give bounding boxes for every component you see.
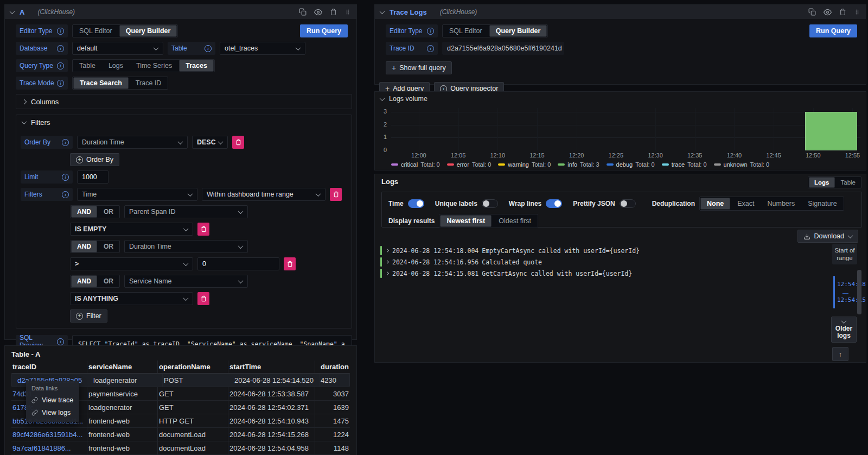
trace-id-input[interactable]: d2a7155ef6a928a05680e5ff6190241d: [442, 42, 564, 55]
display-results-option[interactable]: Oldest first: [493, 215, 537, 227]
filter-time-field-select[interactable]: Time: [77, 188, 197, 201]
logs-volume-header[interactable]: Logs volume: [380, 95, 427, 103]
context-menu-item[interactable]: View trace: [26, 394, 79, 406]
legend-item[interactable]: debug Total: 0: [607, 161, 655, 168]
deduplication-option[interactable]: Exact: [731, 198, 760, 210]
logs-view-option[interactable]: Logs: [809, 177, 834, 188]
toggle-switch[interactable]: [482, 199, 498, 208]
query-type-option[interactable]: Traces: [179, 60, 214, 72]
logs-view-option[interactable]: Table: [836, 177, 861, 188]
duplicate-icon[interactable]: [299, 8, 307, 16]
deduplication-option[interactable]: Numbers: [762, 198, 801, 210]
trash-icon[interactable]: [330, 8, 337, 16]
logs-view-switcher[interactable]: LogsTable: [808, 176, 861, 188]
deduplication-option[interactable]: None: [700, 198, 730, 210]
add-order-by-button[interactable]: Order By: [70, 153, 119, 166]
filter-condition-toggle[interactable]: ANDOR: [70, 205, 120, 218]
add-filter-button[interactable]: Filter: [70, 309, 107, 323]
context-menu-item[interactable]: View logs: [26, 406, 79, 419]
legend-item[interactable]: error Total: 0: [447, 161, 492, 168]
remove-order-by-button[interactable]: [232, 136, 244, 149]
duplicate-icon[interactable]: [808, 8, 816, 16]
table-select[interactable]: otel_traces: [220, 42, 305, 55]
editor-type-switcher[interactable]: SQL EditorQuery Builder: [442, 24, 548, 37]
columns-section-header[interactable]: Columns: [16, 94, 352, 109]
toggle-switch[interactable]: [546, 199, 562, 208]
log-line[interactable]: 2024-06-28 12:54:15.081 GetCartAsync cal…: [380, 268, 822, 279]
run-query-button[interactable]: Run Query: [809, 24, 857, 37]
log-line[interactable]: 2024-06-28 12:54:16.956 Calculated quote: [380, 256, 822, 268]
show-full-query-button[interactable]: Show full query: [386, 61, 452, 74]
expand-chevron-icon[interactable]: [385, 260, 389, 264]
trace-mode-option[interactable]: Trace ID: [130, 77, 167, 89]
query-row-header[interactable]: Trace Logs (ClickHouse): [375, 5, 866, 19]
trace-id-link[interactable]: 89cf4286e631591b4...: [11, 428, 87, 441]
query-type-option[interactable]: Table: [73, 60, 101, 72]
remove-filter-button[interactable]: [330, 188, 342, 201]
toggle-switch[interactable]: [620, 199, 636, 208]
query-row-header[interactable]: A (ClickHouse): [5, 5, 356, 19]
trace-id-link[interactable]: 9a7caf61841886...: [11, 441, 87, 454]
log-line[interactable]: 2024-06-28 12:54:18.004 EmptyCartAsync c…: [380, 245, 822, 256]
hide-response-eye-icon[interactable]: [314, 8, 322, 16]
database-select[interactable]: default: [72, 42, 163, 55]
deduplication-option[interactable]: Signature: [802, 198, 843, 210]
and-option[interactable]: AND: [71, 206, 97, 218]
order-by-field-select[interactable]: Duration Time: [77, 136, 188, 149]
drag-handle-icon[interactable]: [854, 8, 860, 16]
table-column-header[interactable]: duration: [315, 361, 350, 373]
filter-field-select[interactable]: Parent Span ID: [124, 205, 248, 218]
trace-mode-switcher[interactable]: Trace SearchTrace ID: [72, 77, 168, 90]
hide-response-eye-icon[interactable]: [824, 8, 832, 16]
editor-type-option[interactable]: SQL Editor: [73, 25, 118, 37]
toggle-switch[interactable]: [408, 199, 424, 208]
deduplication-switcher[interactable]: NoneExactNumbersSignature: [699, 197, 844, 211]
display-results-option[interactable]: Newest first: [440, 215, 492, 227]
run-query-button[interactable]: Run Query: [300, 24, 348, 37]
trash-icon[interactable]: [839, 8, 846, 16]
remove-filter-button[interactable]: [197, 223, 209, 236]
or-option[interactable]: OR: [98, 275, 119, 287]
scroll-to-top-button[interactable]: ↑: [832, 347, 848, 361]
legend-item[interactable]: warning Total: 0: [498, 161, 551, 168]
editor-type-option[interactable]: SQL Editor: [443, 25, 488, 37]
filter-field-select[interactable]: Service Name: [124, 275, 248, 288]
display-results-switcher[interactable]: Newest firstOldest first: [439, 214, 538, 228]
expand-chevron-icon[interactable]: [385, 271, 389, 275]
editor-type-option[interactable]: Query Builder: [119, 25, 177, 37]
legend-item[interactable]: unknown Total: 0: [714, 161, 770, 168]
remove-filter-button[interactable]: [284, 257, 296, 270]
table-column-header[interactable]: serviceName: [87, 361, 158, 373]
filter-time-operator-select[interactable]: Within dashboard time range: [202, 188, 326, 201]
editor-type-option[interactable]: Query Builder: [489, 25, 547, 37]
logs-scrollbar[interactable]: [857, 270, 861, 314]
legend-item[interactable]: info Total: 3: [558, 161, 599, 168]
older-logs-button[interactable]: Older logs: [831, 317, 857, 343]
collapse-chevron-icon[interactable]: [10, 9, 15, 14]
filters-section-header[interactable]: Filters: [16, 115, 352, 129]
or-option[interactable]: OR: [98, 206, 119, 218]
collapse-chevron-icon[interactable]: [380, 9, 385, 14]
filter-condition-toggle[interactable]: ANDOR: [70, 240, 120, 253]
table-column-header[interactable]: startTime: [228, 361, 315, 373]
query-type-switcher[interactable]: TableLogsTime SeriesTraces: [72, 59, 215, 72]
table-column-header[interactable]: traceID: [11, 361, 87, 373]
legend-item[interactable]: critical Total: 0: [391, 161, 440, 168]
query-type-option[interactable]: Time Series: [130, 60, 178, 72]
and-option[interactable]: AND: [71, 241, 97, 252]
remove-filter-button[interactable]: [197, 292, 209, 305]
order-by-direction-select[interactable]: DESC: [192, 136, 228, 149]
filter-operator-select[interactable]: IS EMPTY: [70, 223, 193, 236]
table-column-header[interactable]: operationName: [158, 361, 228, 373]
editor-type-switcher[interactable]: SQL EditorQuery Builder: [72, 24, 178, 37]
and-option[interactable]: AND: [71, 275, 97, 287]
download-button[interactable]: Download: [797, 230, 858, 243]
query-type-option[interactable]: Logs: [103, 60, 129, 72]
filter-value-input[interactable]: 0: [197, 257, 279, 270]
filter-operator-select[interactable]: >: [70, 257, 193, 270]
limit-input[interactable]: 1000: [77, 170, 108, 184]
filter-operator-select[interactable]: IS ANYTHING: [70, 292, 193, 305]
filter-condition-toggle[interactable]: ANDOR: [70, 275, 120, 288]
or-option[interactable]: OR: [98, 241, 119, 252]
legend-item[interactable]: trace Total: 0: [662, 161, 707, 168]
